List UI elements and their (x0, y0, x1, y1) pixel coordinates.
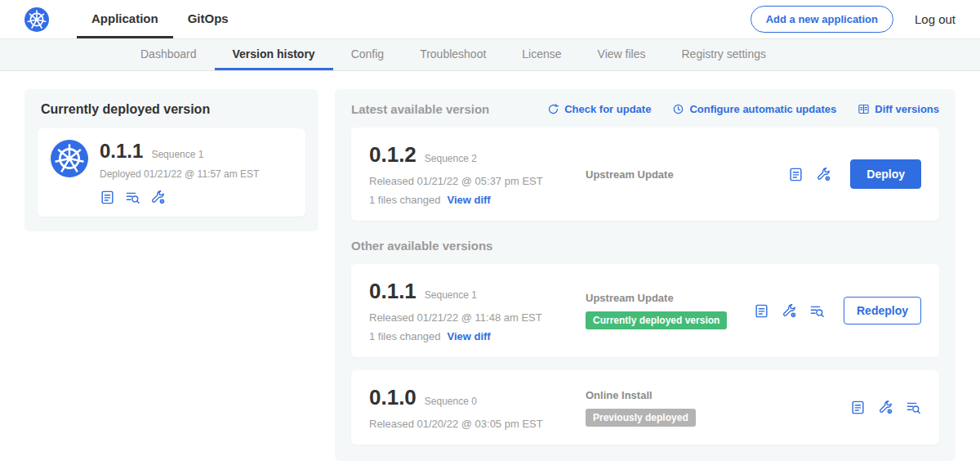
release-notes-icon[interactable] (754, 303, 769, 319)
check-for-update-label: Check for update (564, 103, 651, 115)
diff-versions-link[interactable]: Diff versions (858, 103, 939, 115)
version-card: 0.1.1 Sequence 1 Released 01/21/22 @ 11:… (351, 264, 939, 357)
version-source-label: Upstream Update (586, 168, 788, 181)
app-subnav: Dashboard Version history Config Trouble… (0, 39, 980, 71)
preflight-checks-icon[interactable] (878, 400, 893, 415)
deployed-timestamp: Deployed 01/21/22 @ 11:57 am EST (100, 168, 259, 180)
version-actions (850, 400, 921, 415)
version-history-actions: Check for update Configure automatic upd… (547, 103, 939, 115)
check-for-update-link[interactable]: Check for update (547, 103, 651, 115)
top-header: Application GitOps Add a new application… (0, 0, 980, 39)
nav-tab-gitops[interactable]: GitOps (173, 0, 243, 38)
released-timestamp: Released 01/21/22 @ 05:37 pm EST (369, 175, 586, 187)
tab-troubleshoot[interactable]: Troubleshoot (402, 39, 504, 70)
main-content: Currently deployed version 0.1.1 Sequenc… (0, 71, 980, 461)
version-history-header: Latest available version Check for updat… (351, 102, 939, 116)
app-logo (24, 0, 49, 38)
version-actions: Redeploy (754, 297, 921, 324)
sequence-label: Sequence 0 (425, 396, 477, 407)
view-logs-icon[interactable] (125, 190, 140, 205)
nav-tab-application[interactable]: Application (77, 0, 173, 38)
release-notes-icon[interactable] (850, 400, 866, 415)
sequence-label: Sequence 1 (425, 289, 477, 301)
currently-deployed-panel: Currently deployed version 0.1.1 Sequenc… (24, 89, 318, 231)
clock-update-icon (672, 103, 684, 115)
kubernetes-logo-icon (24, 7, 49, 32)
released-timestamp: Released 01/20/22 @ 03:05 pm EST (369, 418, 586, 430)
version-source-label: Online Install (586, 389, 850, 401)
previously-deployed-badge: Previously deployed (586, 409, 696, 427)
sequence-label: Sequence 2 (425, 153, 477, 164)
view-diff-link[interactable]: View diff (447, 194, 490, 206)
latest-available-title: Latest available version (351, 102, 489, 116)
header-spacer (243, 0, 751, 38)
add-application-button[interactable]: Add a new application (751, 6, 893, 33)
tab-version-history[interactable]: Version history (215, 39, 333, 70)
refresh-icon (547, 103, 559, 115)
configure-updates-label: Configure automatic updates (689, 103, 836, 115)
version-actions: Deploy (788, 159, 921, 189)
deployed-version-card: 0.1.1 Sequence 1 Deployed 01/21/22 @ 11:… (38, 128, 305, 217)
version-number: 0.1.2 (369, 142, 416, 168)
preflight-checks-icon[interactable] (782, 303, 797, 319)
configure-automatic-updates-link[interactable]: Configure automatic updates (672, 103, 836, 115)
view-logs-icon[interactable] (809, 303, 825, 319)
version-number: 0.1.0 (369, 385, 416, 410)
version-history-panel: Latest available version Check for updat… (335, 89, 956, 461)
view-diff-link[interactable]: View diff (447, 330, 490, 342)
other-versions-title: Other available versions (351, 239, 939, 253)
released-timestamp: Released 01/21/22 @ 11:48 am EST (369, 311, 586, 324)
version-info: 0.1.0 Sequence 0 Released 01/20/22 @ 03:… (369, 385, 586, 430)
tab-dashboard[interactable]: Dashboard (122, 39, 215, 70)
tab-config[interactable]: Config (333, 39, 402, 70)
version-source-label: Upstream Update (586, 292, 754, 304)
diff-icon (858, 103, 870, 115)
view-logs-icon[interactable] (906, 400, 921, 415)
redeploy-button[interactable]: Redeploy (844, 297, 921, 324)
files-changed-label: 1 files changed (369, 330, 440, 342)
deploy-button[interactable]: Deploy (850, 159, 921, 189)
currently-deployed-title: Currently deployed version (41, 102, 305, 117)
kubernetes-app-icon (51, 140, 88, 177)
tab-registry-settings[interactable]: Registry settings (663, 39, 783, 70)
preflight-checks-icon[interactable] (816, 167, 831, 182)
logout-button[interactable]: Log out (915, 12, 956, 26)
version-info: 0.1.2 Sequence 2 Released 01/21/22 @ 05:… (369, 142, 586, 206)
deployed-sequence-label: Sequence 1 (151, 149, 203, 160)
diff-versions-label: Diff versions (875, 103, 939, 115)
release-notes-icon[interactable] (100, 190, 115, 205)
tab-view-files[interactable]: View files (580, 39, 664, 70)
version-source-block: Online Install Previously deployed (586, 389, 850, 427)
files-changed-label: 1 files changed (369, 194, 440, 206)
currently-deployed-badge: Currently deployed version (586, 311, 727, 329)
version-info: 0.1.1 Sequence 1 Released 01/21/22 @ 11:… (369, 279, 586, 342)
latest-version-card: 0.1.2 Sequence 2 Released 01/21/22 @ 05:… (351, 128, 939, 221)
deployed-version-info: 0.1.1 Sequence 1 Deployed 01/21/22 @ 11:… (100, 140, 259, 205)
version-number: 0.1.1 (369, 279, 416, 304)
deployed-version-number: 0.1.1 (100, 140, 143, 163)
version-source-block: Upstream Update Currently deployed versi… (586, 292, 754, 329)
release-notes-icon[interactable] (788, 167, 804, 182)
version-card: 0.1.0 Sequence 0 Released 01/20/22 @ 03:… (351, 370, 939, 445)
tab-license[interactable]: License (504, 39, 579, 70)
preflight-checks-icon[interactable] (150, 190, 166, 205)
deployed-actions (100, 190, 259, 205)
